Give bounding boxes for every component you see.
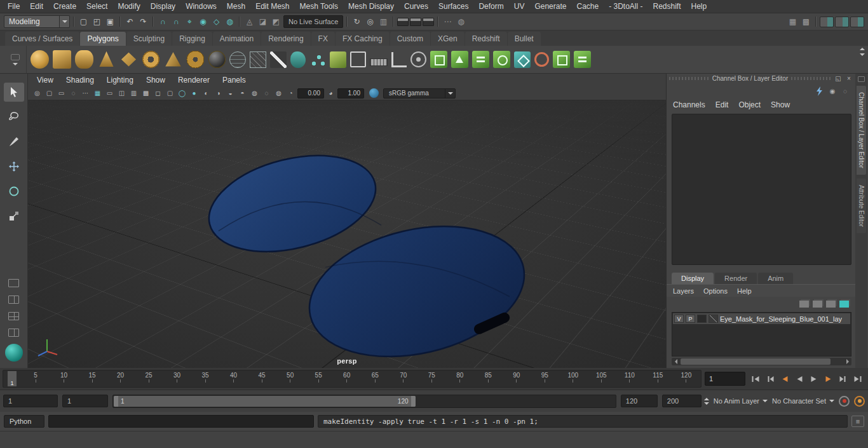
polygon-sphere-icon[interactable]	[31, 50, 49, 69]
shelf-tab-polygons[interactable]: Polygons	[80, 32, 125, 46]
tab-anim[interactable]: Anim	[758, 273, 793, 284]
drag-grip[interactable]	[669, 77, 709, 80]
rotate-tool-button[interactable]	[4, 182, 24, 201]
eye-mask-object[interactable]	[28, 100, 666, 368]
snap-to-grid-icon[interactable]: ∩	[157, 16, 169, 27]
shelf-menu[interactable]	[4, 46, 27, 73]
playback-start-field[interactable]: 1	[62, 395, 108, 407]
symmetry-icon[interactable]: ▥	[377, 16, 390, 27]
scrollbar-track[interactable]	[680, 358, 843, 365]
viewport-menu-item[interactable]: Renderer	[178, 76, 210, 85]
shelf-tab-curves-surfaces[interactable]: Curves / Surfaces	[5, 32, 79, 46]
shelf-scroll-down-icon[interactable]	[860, 53, 865, 56]
safe-action-icon[interactable]: ◻	[153, 88, 163, 98]
group-separator[interactable]	[344, 15, 349, 28]
select-hierarchy-icon[interactable]: ◬	[243, 16, 255, 27]
menu-item[interactable]: UV	[509, 0, 530, 13]
render-settings-icon[interactable]	[423, 18, 434, 26]
undo-icon[interactable]: ↶	[124, 16, 136, 27]
viewport-canvas[interactable]: persp	[28, 100, 666, 368]
shelf-gear-icon[interactable]	[11, 54, 20, 60]
measure-tool-icon[interactable]	[370, 58, 388, 66]
isolate-select-icon[interactable]: ◌	[261, 88, 272, 98]
scrollbar-thumb[interactable]	[681, 358, 831, 365]
expression-icon[interactable]: ◌	[841, 87, 849, 95]
new-scene-icon[interactable]: ▢	[78, 16, 90, 27]
view-transform-arrow-icon[interactable]	[445, 89, 455, 98]
textured-mode-icon[interactable]: ◐	[201, 88, 212, 98]
scroll-left-icon[interactable]	[672, 358, 680, 365]
character-set-dropdown[interactable]: No Character Set	[772, 397, 834, 405]
channels-menu[interactable]: Channels	[673, 100, 705, 109]
group-separator[interactable]	[118, 15, 123, 28]
shelf-tab-rigging[interactable]: Rigging	[172, 32, 212, 46]
menu-item[interactable]: Help	[686, 0, 712, 13]
menu-item[interactable]: Generate	[529, 0, 571, 13]
resolution-gate-icon[interactable]: ◫	[116, 88, 127, 98]
multi-cut-icon[interactable]	[553, 51, 570, 68]
shelf-tab-fx-caching[interactable]: FX Caching	[336, 32, 390, 46]
layers-menu[interactable]: Layers	[673, 287, 694, 295]
menu-item[interactable]: File	[3, 0, 25, 13]
polygon-cube-icon[interactable]	[53, 50, 71, 69]
image-plane-icon[interactable]: ▭	[56, 88, 67, 98]
panel-header[interactable]: Channel Box / Layer Editor ◱ ×	[667, 74, 855, 83]
shelf-tab-bullet[interactable]: Bullet	[508, 32, 541, 46]
toggle-attribute-editor-icon[interactable]	[835, 17, 849, 27]
auto-keyframe-toggle[interactable]	[839, 396, 850, 407]
single-pane-layout-icon[interactable]	[8, 279, 19, 287]
edit-menu[interactable]: Edit	[715, 100, 729, 109]
new-layer-from-selected-icon[interactable]	[826, 301, 836, 308]
shelf-tab-xgen[interactable]: XGen	[431, 32, 465, 46]
speed-state-icon[interactable]: ◉	[829, 87, 836, 95]
shaded-mode-icon[interactable]: ●	[189, 88, 200, 98]
workspace-grid-icon[interactable]: ▦	[787, 16, 799, 27]
layer-row[interactable]: V P Eye_Mask_for_Sleeping_Blue_001_lay	[673, 313, 850, 324]
toon-icon[interactable]: ◍	[455, 16, 467, 27]
help-menu[interactable]: Help	[737, 287, 752, 295]
four-pane-layout-icon[interactable]	[8, 312, 19, 320]
anti-aliasing-icon[interactable]: ◍	[249, 88, 260, 98]
exposure-field[interactable]: 0.00	[297, 88, 324, 98]
menu-item[interactable]: Surfaces	[433, 0, 473, 13]
select-tool-button[interactable]	[4, 83, 24, 102]
select-component-icon[interactable]: ◩	[270, 16, 282, 27]
group-separator[interactable]	[813, 15, 818, 28]
viewport-menu-item[interactable]: View	[37, 76, 53, 85]
menu-item[interactable]: Display	[146, 0, 180, 13]
open-scene-icon[interactable]: ◰	[91, 16, 103, 27]
shelf-tab-sculpting[interactable]: Sculpting	[126, 32, 172, 46]
menu-item[interactable]: Modify	[112, 0, 145, 13]
scale-tool-button[interactable]	[4, 207, 24, 226]
view-transform-toggle-icon[interactable]	[369, 88, 379, 98]
save-scene-icon[interactable]: ▣	[104, 16, 116, 27]
corner-bevel-icon[interactable]	[391, 52, 407, 67]
oversampling-icon[interactable]: ⋯	[80, 88, 91, 98]
channel-history-icon[interactable]	[815, 86, 824, 96]
render-current-frame-icon[interactable]	[397, 18, 409, 26]
step-back-frame-button[interactable]	[763, 373, 776, 385]
menu-set-dropdown-arrow[interactable]	[59, 16, 69, 27]
two-d-pan-zoom-icon[interactable]: ◌	[68, 88, 79, 98]
quad-draw-icon[interactable]	[514, 51, 531, 68]
snap-to-curve-icon[interactable]: ∩	[170, 16, 182, 27]
current-frame-field[interactable]: 1	[705, 372, 745, 386]
sidebar-pin-icon[interactable]	[858, 76, 865, 82]
snap-to-point-icon[interactable]: ⌖	[184, 16, 196, 27]
scroll-right-icon[interactable]	[843, 358, 851, 365]
xray-icon[interactable]: ◍	[273, 88, 284, 98]
outliner-persp-layout-icon[interactable]	[8, 329, 19, 337]
merge-icon[interactable]	[493, 51, 510, 68]
channel-list-area[interactable]	[672, 114, 851, 265]
scatter-icon[interactable]	[309, 51, 326, 68]
show-menu[interactable]: Show	[771, 100, 790, 109]
camera-attributes-icon[interactable]: ◎	[32, 88, 43, 98]
sidebar-tab-channel-box[interactable]: Channel Box / Layer Editor	[857, 86, 866, 175]
shelf-tab-custom[interactable]: Custom	[390, 32, 430, 46]
bookmark-icon[interactable]: ▢	[44, 88, 55, 98]
polygon-cone-icon[interactable]	[97, 50, 116, 69]
snap-to-projected-center-icon[interactable]: ◉	[197, 16, 209, 27]
move-selection-to-layer-icon[interactable]	[799, 301, 809, 308]
pencil-curve-icon[interactable]	[270, 51, 287, 68]
menu-item[interactable]: - 3DtoAll -	[604, 0, 648, 13]
